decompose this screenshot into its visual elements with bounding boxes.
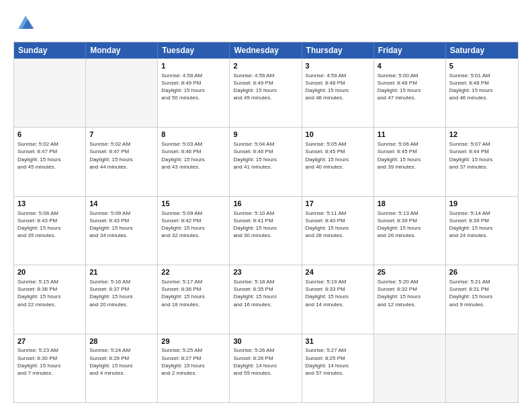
day-number: 7 [89, 130, 154, 140]
day-number: 14 [89, 199, 154, 209]
day-number: 30 [233, 336, 298, 347]
cell-info: Sunrise: 5:07 AM Sunset: 8:44 PM Dayligh… [449, 140, 515, 171]
calendar: SundayMondayTuesdayWednesdayThursdayFrid… [13, 42, 519, 403]
day-number: 23 [233, 267, 298, 277]
cell-info: Sunrise: 5:19 AM Sunset: 8:33 PM Dayligh… [306, 278, 370, 308]
cell-info: Sunrise: 5:27 AM Sunset: 8:25 PM Dayligh… [306, 347, 370, 377]
day-number: 29 [161, 336, 226, 347]
page: SundayMondayTuesdayWednesdayThursdayFrid… [0, 0, 532, 411]
cal-cell: 7Sunrise: 5:02 AM Sunset: 8:47 PM Daylig… [86, 128, 158, 195]
cal-cell: 1Sunrise: 4:58 AM Sunset: 8:49 PM Daylig… [158, 59, 230, 127]
cal-cell: 22Sunrise: 5:17 AM Sunset: 8:36 PM Dayli… [158, 265, 230, 333]
cal-cell: 5Sunrise: 5:01 AM Sunset: 8:48 PM Daylig… [446, 59, 518, 127]
day-number: 27 [17, 336, 82, 347]
week-row-3: 13Sunrise: 5:08 AM Sunset: 8:43 PM Dayli… [14, 196, 518, 265]
cal-cell: 11Sunrise: 5:06 AM Sunset: 8:45 PM Dayli… [374, 128, 446, 195]
header-cell-wednesday: Wednesday [230, 42, 302, 58]
cal-cell: 15Sunrise: 5:09 AM Sunset: 8:42 PM Dayli… [158, 197, 230, 265]
cell-info: Sunrise: 5:11 AM Sunset: 8:40 PM Dayligh… [306, 210, 370, 240]
cell-info: Sunrise: 5:05 AM Sunset: 8:45 PM Dayligh… [306, 140, 370, 171]
cal-cell [374, 334, 446, 402]
week-row-1: 1Sunrise: 4:58 AM Sunset: 8:49 PM Daylig… [14, 58, 518, 127]
cal-cell [14, 59, 86, 127]
week-row-4: 20Sunrise: 5:15 AM Sunset: 8:38 PM Dayli… [14, 265, 518, 333]
cal-cell: 30Sunrise: 5:26 AM Sunset: 8:26 PM Dayli… [230, 334, 302, 402]
day-number: 5 [449, 61, 515, 71]
day-number: 28 [89, 336, 154, 347]
cell-info: Sunrise: 5:14 AM Sunset: 8:39 PM Dayligh… [449, 210, 515, 240]
cal-cell: 13Sunrise: 5:08 AM Sunset: 8:43 PM Dayli… [14, 197, 86, 265]
day-number: 9 [233, 130, 298, 140]
day-number: 8 [161, 130, 226, 140]
cell-info: Sunrise: 5:10 AM Sunset: 8:41 PM Dayligh… [233, 210, 298, 240]
day-number: 24 [306, 267, 370, 277]
header [13, 11, 519, 35]
cell-info: Sunrise: 5:01 AM Sunset: 8:48 PM Dayligh… [449, 72, 515, 102]
logo [13, 11, 40, 35]
cal-cell: 26Sunrise: 5:21 AM Sunset: 8:31 PM Dayli… [446, 265, 518, 333]
header-cell-thursday: Thursday [302, 42, 374, 58]
cal-cell: 31Sunrise: 5:27 AM Sunset: 8:25 PM Dayli… [302, 334, 374, 402]
cal-cell: 27Sunrise: 5:23 AM Sunset: 8:30 PM Dayli… [14, 334, 86, 402]
cell-info: Sunrise: 5:04 AM Sunset: 8:46 PM Dayligh… [233, 140, 298, 171]
cell-info: Sunrise: 5:09 AM Sunset: 8:42 PM Dayligh… [161, 210, 226, 240]
day-number: 10 [306, 130, 370, 140]
day-number: 26 [449, 267, 515, 277]
cal-cell: 18Sunrise: 5:13 AM Sunset: 8:39 PM Dayli… [374, 197, 446, 265]
cal-cell: 2Sunrise: 4:59 AM Sunset: 8:49 PM Daylig… [230, 59, 302, 127]
cell-info: Sunrise: 5:03 AM Sunset: 8:46 PM Dayligh… [161, 140, 226, 171]
cal-cell: 14Sunrise: 5:09 AM Sunset: 8:43 PM Dayli… [86, 197, 158, 265]
cal-cell: 24Sunrise: 5:19 AM Sunset: 8:33 PM Dayli… [302, 265, 374, 333]
cell-info: Sunrise: 5:17 AM Sunset: 8:36 PM Dayligh… [161, 278, 226, 308]
cal-cell: 29Sunrise: 5:25 AM Sunset: 8:27 PM Dayli… [158, 334, 230, 402]
cal-cell: 28Sunrise: 5:24 AM Sunset: 8:29 PM Dayli… [86, 334, 158, 402]
cal-cell [446, 334, 518, 402]
header-cell-sunday: Sunday [14, 42, 86, 58]
cal-cell: 3Sunrise: 4:59 AM Sunset: 8:48 PM Daylig… [302, 59, 374, 127]
cell-info: Sunrise: 5:23 AM Sunset: 8:30 PM Dayligh… [17, 347, 82, 377]
day-number: 20 [17, 267, 82, 277]
cell-info: Sunrise: 5:18 AM Sunset: 8:35 PM Dayligh… [233, 278, 298, 308]
day-number: 17 [306, 199, 370, 209]
cal-cell: 6Sunrise: 5:02 AM Sunset: 8:47 PM Daylig… [14, 128, 86, 195]
day-number: 31 [306, 336, 370, 347]
day-number: 11 [378, 130, 442, 140]
day-number: 6 [17, 130, 82, 140]
day-number: 25 [378, 267, 442, 277]
cell-info: Sunrise: 4:58 AM Sunset: 8:49 PM Dayligh… [161, 72, 226, 102]
day-number: 22 [161, 267, 226, 277]
day-number: 19 [449, 199, 515, 209]
cal-cell: 10Sunrise: 5:05 AM Sunset: 8:45 PM Dayli… [302, 128, 374, 195]
cell-info: Sunrise: 5:02 AM Sunset: 8:47 PM Dayligh… [17, 140, 82, 171]
day-number: 1 [161, 61, 226, 71]
cell-info: Sunrise: 5:16 AM Sunset: 8:37 PM Dayligh… [89, 278, 154, 308]
header-cell-monday: Monday [86, 42, 158, 58]
day-number: 21 [89, 267, 154, 277]
cell-info: Sunrise: 5:20 AM Sunset: 8:32 PM Dayligh… [378, 278, 442, 308]
day-number: 13 [17, 199, 82, 209]
cal-cell: 19Sunrise: 5:14 AM Sunset: 8:39 PM Dayli… [446, 197, 518, 265]
cell-info: Sunrise: 4:59 AM Sunset: 8:49 PM Dayligh… [233, 72, 298, 102]
cal-cell: 12Sunrise: 5:07 AM Sunset: 8:44 PM Dayli… [446, 128, 518, 195]
cell-info: Sunrise: 5:26 AM Sunset: 8:26 PM Dayligh… [233, 347, 298, 377]
cal-cell: 9Sunrise: 5:04 AM Sunset: 8:46 PM Daylig… [230, 128, 302, 195]
cell-info: Sunrise: 5:13 AM Sunset: 8:39 PM Dayligh… [378, 210, 442, 240]
cal-cell: 8Sunrise: 5:03 AM Sunset: 8:46 PM Daylig… [158, 128, 230, 195]
cell-info: Sunrise: 5:21 AM Sunset: 8:31 PM Dayligh… [449, 278, 515, 308]
day-number: 4 [378, 61, 442, 71]
cal-cell: 20Sunrise: 5:15 AM Sunset: 8:38 PM Dayli… [14, 265, 86, 333]
cell-info: Sunrise: 5:15 AM Sunset: 8:38 PM Dayligh… [17, 278, 82, 308]
cell-info: Sunrise: 5:08 AM Sunset: 8:43 PM Dayligh… [17, 210, 82, 240]
header-cell-saturday: Saturday [446, 42, 518, 58]
day-number: 18 [378, 199, 442, 209]
cell-info: Sunrise: 5:02 AM Sunset: 8:47 PM Dayligh… [89, 140, 154, 171]
calendar-header: SundayMondayTuesdayWednesdayThursdayFrid… [14, 42, 518, 58]
day-number: 12 [449, 130, 515, 140]
cal-cell: 17Sunrise: 5:11 AM Sunset: 8:40 PM Dayli… [302, 197, 374, 265]
cell-info: Sunrise: 5:00 AM Sunset: 8:48 PM Dayligh… [378, 72, 442, 102]
calendar-body: 1Sunrise: 4:58 AM Sunset: 8:49 PM Daylig… [14, 58, 518, 402]
cell-info: Sunrise: 5:24 AM Sunset: 8:29 PM Dayligh… [89, 347, 154, 377]
cell-info: Sunrise: 5:06 AM Sunset: 8:45 PM Dayligh… [378, 140, 442, 171]
cal-cell: 16Sunrise: 5:10 AM Sunset: 8:41 PM Dayli… [230, 197, 302, 265]
day-number: 2 [233, 61, 298, 71]
